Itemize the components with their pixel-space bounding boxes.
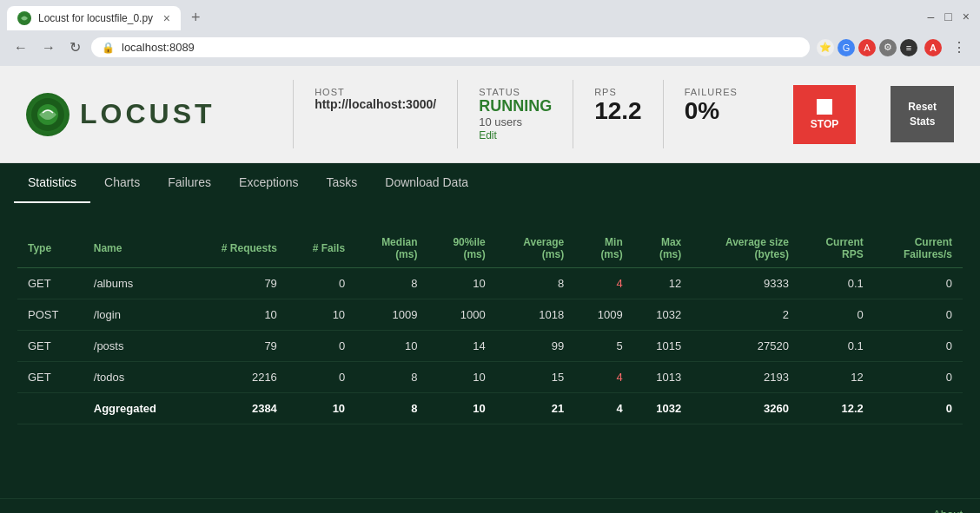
address-text: localhost:8089 xyxy=(122,41,799,54)
app-header: LOCUST HOST http://localhost:3000/ STATU… xyxy=(0,66,980,163)
table-row: POST /login 10 10 1009 1000 1018 1009 10… xyxy=(17,299,963,331)
stop-button[interactable]: STOP xyxy=(793,85,856,144)
cell-name: /login xyxy=(83,299,190,331)
footer: About xyxy=(0,498,980,513)
cell-type: GET xyxy=(17,362,83,393)
cell-p90-agg: 10 xyxy=(427,393,495,424)
cell-min: 4 xyxy=(574,268,633,299)
users-value: 10 users xyxy=(479,115,552,128)
cell-name: /todos xyxy=(83,362,190,393)
cell-rps: 0.1 xyxy=(799,268,874,299)
address-bar[interactable]: 🔒 localhost:8089 xyxy=(91,37,810,57)
close-button[interactable]: × xyxy=(959,6,973,27)
rps-value: 12.2 xyxy=(594,97,642,125)
failures-label: FAILURES xyxy=(685,87,738,97)
col-failures-s: CurrentFailures/s xyxy=(874,229,963,268)
cell-min: 5 xyxy=(574,331,633,362)
nav-bar: Statistics Charts Failures Exceptions Ta… xyxy=(0,163,980,203)
cell-max-agg: 1032 xyxy=(633,393,692,424)
logo-text: LOCUST xyxy=(80,98,215,130)
ext-icon-4[interactable]: ⚙ xyxy=(879,39,897,56)
cell-requests: 79 xyxy=(190,331,288,362)
table-row: GET /todos 2216 0 8 10 15 4 1013 2193 12… xyxy=(17,362,963,393)
status-block: STATUS RUNNING 10 users Edit xyxy=(457,80,573,148)
tab-title: Locust for locustfile_0.py xyxy=(38,12,156,24)
cell-name-agg: Aggregated xyxy=(83,393,190,424)
cell-max: 12 xyxy=(633,268,692,299)
cell-average: 15 xyxy=(496,362,574,393)
cell-median: 1009 xyxy=(355,299,427,331)
reset-label: ResetStats xyxy=(908,101,937,128)
failures-block: FAILURES 0% xyxy=(663,80,758,148)
forward-button[interactable]: → xyxy=(38,36,59,59)
cell-avg-size: 27520 xyxy=(692,331,799,362)
host-block: HOST http://localhost:3000/ xyxy=(293,80,457,148)
cell-avg-size-agg: 3260 xyxy=(692,393,799,424)
cell-max: 1032 xyxy=(633,299,692,331)
maximize-button[interactable]: □ xyxy=(941,6,955,27)
profile-icon[interactable]: A xyxy=(924,39,942,56)
back-button[interactable]: ← xyxy=(10,36,31,59)
cell-avg-size: 2193 xyxy=(692,362,799,393)
nav-exceptions[interactable]: Exceptions xyxy=(225,163,312,203)
cell-fails: 10 xyxy=(288,299,355,331)
rps-label: RPS xyxy=(594,87,642,97)
cell-requests-agg: 2384 xyxy=(190,393,288,424)
nav-tasks[interactable]: Tasks xyxy=(313,163,372,203)
cell-fails: 0 xyxy=(288,268,355,299)
status-label: STATUS xyxy=(479,87,552,97)
browser-tab[interactable]: Locust for locustfile_0.py × xyxy=(7,6,181,30)
cell-name: /posts xyxy=(83,331,190,362)
ext-icon-3[interactable]: A xyxy=(858,39,876,56)
main-content: Type Name # Requests # Fails Median(ms) … xyxy=(0,203,980,498)
ext-icon-2[interactable]: G xyxy=(838,39,855,56)
cell-rps-agg: 12.2 xyxy=(799,393,874,424)
cell-average: 8 xyxy=(496,268,574,299)
cell-median-agg: 8 xyxy=(355,393,427,424)
about-link[interactable]: About xyxy=(933,508,963,513)
host-value: http://localhost:3000/ xyxy=(315,97,436,111)
cell-max: 1015 xyxy=(633,331,692,362)
table-row: GET /albums 79 0 8 10 8 4 12 9333 0.1 0 xyxy=(17,268,963,299)
cell-median: 10 xyxy=(355,331,427,362)
cell-rps: 12 xyxy=(799,362,874,393)
menu-button[interactable]: ⋮ xyxy=(949,36,970,59)
cell-name: /albums xyxy=(83,268,190,299)
cell-failures-s-agg: 0 xyxy=(874,393,963,424)
col-p90: 90%ile(ms) xyxy=(427,229,495,268)
ext-icon-1[interactable]: ⭐ xyxy=(817,39,834,56)
cell-type: POST xyxy=(17,299,83,331)
col-name: Name xyxy=(83,229,190,268)
reset-stats-button[interactable]: ResetStats xyxy=(891,86,954,143)
col-median: Median(ms) xyxy=(355,229,427,268)
table-header-row: Type Name # Requests # Fails Median(ms) … xyxy=(17,229,963,268)
edit-link[interactable]: Edit xyxy=(479,129,497,141)
ext-icon-5[interactable]: ≡ xyxy=(900,39,917,56)
cell-average: 1018 xyxy=(496,299,574,331)
nav-charts[interactable]: Charts xyxy=(90,163,154,203)
minimize-button[interactable]: – xyxy=(924,6,938,27)
cell-p90: 1000 xyxy=(427,299,495,331)
cell-fails: 0 xyxy=(288,362,355,393)
nav-download-data[interactable]: Download Data xyxy=(371,163,482,203)
cell-type-agg xyxy=(17,393,83,424)
cell-failures-s: 0 xyxy=(874,362,963,393)
stop-label: STOP xyxy=(811,118,838,130)
cell-failures-s: 0 xyxy=(874,268,963,299)
cell-p90: 10 xyxy=(427,268,495,299)
col-max: Max(ms) xyxy=(633,229,692,268)
new-tab-button[interactable]: + xyxy=(184,5,208,30)
nav-statistics[interactable]: Statistics xyxy=(14,163,90,203)
col-type: Type xyxy=(17,229,83,268)
cell-rps: 0.1 xyxy=(799,331,874,362)
cell-min: 4 xyxy=(574,362,633,393)
cell-fails-agg: 10 xyxy=(288,393,355,424)
cell-average-agg: 21 xyxy=(496,393,574,424)
cell-avg-size: 9333 xyxy=(692,268,799,299)
cell-type: GET xyxy=(17,331,83,362)
cell-requests: 79 xyxy=(190,268,288,299)
nav-failures[interactable]: Failures xyxy=(154,163,225,203)
refresh-button[interactable]: ↻ xyxy=(66,36,84,59)
tab-close-button[interactable]: × xyxy=(163,11,170,25)
cell-average: 99 xyxy=(496,331,574,362)
